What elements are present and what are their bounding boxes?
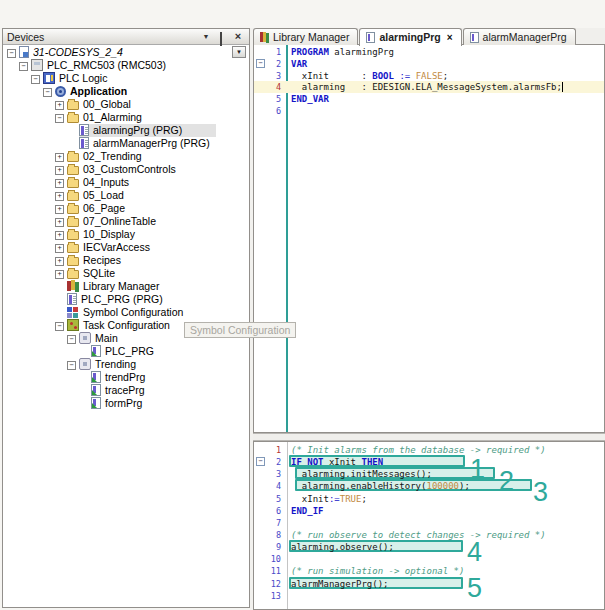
tree-item-label: 04_Inputs	[83, 176, 129, 188]
code-text: (* Init alarms from the database -> requ…	[291, 445, 546, 455]
tree-item-plc-prg[interactable]: PLC_PRG	[3, 345, 249, 358]
collapse-toggle-icon[interactable]: −	[7, 49, 16, 58]
code-line-2[interactable]: −2VAR	[254, 58, 604, 70]
folder-icon	[67, 231, 79, 240]
tree-item-05-load[interactable]: +05_Load	[3, 189, 249, 202]
prg-icon	[79, 137, 89, 149]
collapse-toggle-icon[interactable]: −	[55, 322, 64, 331]
code-line-12[interactable]: 12alarmManagerPrg();	[254, 578, 604, 590]
expand-toggle-icon[interactable]: +	[55, 244, 64, 253]
tree-item-iecvaraccess[interactable]: +IECVarAccess	[3, 241, 249, 254]
tree-item-content: SQLite	[67, 267, 115, 279]
tree-item-sqlite[interactable]: +SQLite	[3, 267, 249, 280]
tree-item-10-display[interactable]: +10_Display	[3, 228, 249, 241]
code-line-9[interactable]: 9alarming.observe();	[254, 541, 604, 553]
code-line-5[interactable]: 5END_VAR	[254, 93, 604, 105]
expand-toggle-icon[interactable]: +	[55, 257, 64, 266]
collapse-toggle-icon[interactable]: −	[67, 335, 76, 344]
implementation-editor[interactable]: 1(* Init alarms from the database -> req…	[253, 441, 605, 610]
code-line-6[interactable]: 6END_IF	[254, 505, 604, 517]
tree-item-04-inputs[interactable]: +04_Inputs	[3, 176, 249, 189]
tree-item-00-global[interactable]: +00_Global	[3, 98, 249, 111]
code-line-4[interactable]: 4 alarming.enableHistory(100000);	[254, 480, 604, 492]
expand-toggle-icon[interactable]: +	[55, 270, 64, 279]
expand-toggle-icon[interactable]: +	[55, 101, 64, 110]
declaration-editor[interactable]: 1PROGRAM alarmingPrg−2VAR3 xInit : BOOL …	[253, 44, 605, 433]
plclogic-icon	[43, 72, 55, 84]
collapse-toggle-icon[interactable]: −	[43, 88, 52, 97]
tree-item-label: formPrg	[105, 397, 142, 409]
code-line-4[interactable]: 4 alarming : EDESIGN.ELA_MessageSystem.a…	[254, 81, 604, 93]
tree-item-application[interactable]: −Application	[3, 85, 249, 98]
folder-icon	[67, 101, 79, 110]
code-line-5[interactable]: 5 xInit:=TRUE;	[254, 493, 604, 505]
tree-item-alarmingprg-prg[interactable]: alarmingPrg (PRG)	[3, 124, 249, 137]
tree-item-plc-rmc503-rmc503[interactable]: −PLC_RMC503 (RMC503)	[3, 59, 249, 72]
folder-icon	[67, 205, 79, 214]
tree-item-01-alarming[interactable]: −01_Alarming	[3, 111, 249, 124]
tree-item-label: 10_Display	[83, 228, 135, 240]
symbol-icon	[67, 306, 79, 318]
code-text: VAR	[291, 59, 307, 69]
tree-item-02-trending[interactable]: +02_Trending	[3, 150, 249, 163]
tab-close-icon[interactable]: ×	[447, 32, 453, 43]
tree-item-03-customcontrols[interactable]: +03_CustomControls	[3, 163, 249, 176]
collapse-toggle-icon[interactable]: −	[55, 114, 64, 123]
tree-item-symbol-configuration[interactable]: Symbol Configuration	[3, 306, 249, 319]
tab-library-manager[interactable]: Library Manager	[253, 28, 358, 45]
code-line-11[interactable]: 11(* run simulation -> optional *)	[254, 565, 604, 577]
tree-item-31-codesys-2-4[interactable]: −31-CODESYS_2_4▼	[3, 46, 249, 59]
taskprg-icon	[91, 345, 101, 357]
tree-item-label: Trending	[95, 358, 136, 370]
panel-close-icon[interactable]: ×	[231, 31, 245, 43]
tree-item-label: Library Manager	[83, 280, 159, 292]
tree-item-content: PLC_PRG	[91, 345, 154, 357]
expand-toggle-icon[interactable]: +	[55, 153, 64, 162]
tree-item-label: Application	[70, 85, 127, 97]
tree-item-trending[interactable]: −Trending	[3, 358, 249, 371]
tree-item-06-page[interactable]: +06_Page	[3, 202, 249, 215]
code-line-7[interactable]: 7	[254, 517, 604, 529]
code-line-13[interactable]: 13	[254, 590, 604, 602]
tree-item-plc-logic[interactable]: −PLC Logic	[3, 72, 249, 85]
devices-panel: Devices ▼ × −31-CODESYS_2_4▼−PLC_RMC503 …	[2, 28, 250, 608]
collapse-toggle-icon[interactable]: −	[67, 361, 76, 370]
callout-number-5: 5	[467, 573, 482, 604]
tree-item-formprg[interactable]: formPrg	[3, 397, 249, 410]
line-number: 8	[254, 530, 281, 540]
tree-item-recipes[interactable]: +Recipes	[3, 254, 249, 267]
code-line-1[interactable]: 1PROGRAM alarmingPrg	[254, 46, 604, 58]
collapse-toggle-icon[interactable]: −	[31, 75, 40, 84]
expand-toggle-icon[interactable]: +	[55, 205, 64, 214]
panel-menu-chevron-down-icon[interactable]: ▼	[199, 31, 213, 43]
tab-alarmingprg[interactable]: alarmingPrg×	[359, 28, 461, 46]
tree-item-alarmmanagerprg-prg[interactable]: alarmManagerPrg (PRG)	[3, 137, 249, 150]
tree-item-07-onlinetable[interactable]: +07_OnlineTable	[3, 215, 249, 228]
tab-alarmmanagerprg[interactable]: alarmManagerPrg	[463, 28, 576, 45]
code-line-6[interactable]: 6	[254, 105, 604, 117]
tree-item-traceprg[interactable]: tracePrg	[3, 384, 249, 397]
tree-item-label: 01_Alarming	[83, 111, 142, 123]
expand-toggle-icon[interactable]: +	[55, 192, 64, 201]
expand-toggle-icon[interactable]: +	[55, 166, 64, 175]
expand-toggle-icon[interactable]: +	[55, 231, 64, 240]
folder-icon	[67, 244, 79, 253]
tree-item-label: SQLite	[83, 267, 115, 279]
device-combo-dropdown-button[interactable]: ▼	[232, 46, 246, 58]
callout-number-4: 4	[467, 537, 482, 568]
expand-toggle-icon[interactable]: +	[55, 179, 64, 188]
tree-item-label: Main	[95, 332, 118, 344]
horizontal-splitter[interactable]	[253, 433, 605, 441]
collapse-toggle-icon[interactable]: −	[19, 62, 28, 71]
tree-item-label: IECVarAccess	[83, 241, 150, 253]
tree-item-plc-prg-prg[interactable]: PLC_PRG (PRG)	[3, 293, 249, 306]
tree-item-library-manager[interactable]: Library Manager	[3, 280, 249, 293]
code-text: alarming.enableHistory(100000);	[291, 481, 470, 491]
taskcfg-icon	[67, 319, 79, 331]
tree-item-trendprg[interactable]: trendPrg	[3, 371, 249, 384]
library-icon	[67, 280, 79, 292]
code-line-10[interactable]: 10	[254, 553, 604, 565]
panel-pin-icon[interactable]	[214, 33, 228, 45]
expand-toggle-icon[interactable]: +	[55, 218, 64, 227]
code-line-3[interactable]: 3 xInit : BOOL := FALSE;	[254, 70, 604, 82]
